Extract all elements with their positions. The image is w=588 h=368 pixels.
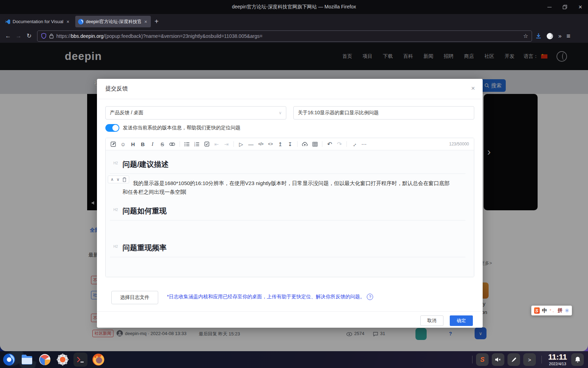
notification-bell-icon[interactable] <box>571 353 584 366</box>
tab-deepin-forum[interactable]: deepin官方论坛-深度科技官 × <box>75 16 151 27</box>
reload-button[interactable]: ↻ <box>24 31 34 41</box>
heading-text: 问题如何重现 <box>122 207 167 215</box>
restore-button[interactable] <box>557 0 573 14</box>
log-tip-label: *日志收集涵盖内核和应用已经存至你的桌面，上传有助于更快定位、解决你所反馈的问题… <box>167 294 365 300</box>
tab-title: Documentation for Visual <box>13 19 63 24</box>
feedback-modal: 提交反馈 × 产品反馈 / 桌面 ∨ 关于16:10显示器的窗口显示比例问题 发… <box>97 79 483 328</box>
window-title: deepin官方论坛-深度科技官网旗下网站 — Mozilla Firefox <box>232 4 356 10</box>
tab-vscode-docs[interactable]: Documentation for Visual × <box>2 16 73 27</box>
sogou-logo-icon[interactable]: S <box>534 307 540 314</box>
quote-icon[interactable]: ▷ <box>238 142 244 147</box>
close-icon: × <box>579 4 582 11</box>
heading-icon[interactable]: H <box>130 142 135 147</box>
outdent-icon[interactable]: ⇤ <box>214 142 219 147</box>
close-window-button[interactable]: × <box>573 0 588 14</box>
ime-settings-gear-icon[interactable] <box>565 308 569 313</box>
indent-icon[interactable]: ⇥ <box>224 142 229 147</box>
vscode-icon <box>5 19 10 25</box>
app-menu-icon[interactable]: ≡ <box>566 32 570 40</box>
tab-title: deepin官方论坛-深度科技官 <box>86 19 141 25</box>
italic-icon[interactable]: I <box>150 142 155 147</box>
ime-pinyin-indicator[interactable]: 拼 <box>558 307 562 314</box>
fullscreen-icon[interactable]: ↔ <box>350 140 358 148</box>
more-tools-icon[interactable]: ⋯ <box>361 142 366 147</box>
log-button-label: 选择日志文件 <box>120 294 149 301</box>
new-tab-button[interactable]: + <box>154 18 159 26</box>
terminal-icon[interactable] <box>74 353 88 367</box>
move-down-icon[interactable]: ∨ <box>117 177 120 182</box>
choose-log-file-button[interactable]: 选择日志文件 <box>111 291 158 304</box>
toolbar-divider <box>322 141 322 147</box>
file-manager-icon[interactable] <box>20 353 34 367</box>
h2-gutter-label: H2 <box>113 161 118 165</box>
launcher-icon[interactable] <box>2 353 16 367</box>
tab-bar: Documentation for Visual × deepin官方论坛-深度… <box>0 14 588 29</box>
strikethrough-icon[interactable]: S <box>160 142 165 147</box>
paragraph-text: 我的显示器是1680*1050的16:10分辨率，在使用V23 nightly版… <box>122 180 449 195</box>
ime-mode-indicator[interactable]: 中 <box>542 307 547 314</box>
bookmark-star-icon[interactable]: ☆ <box>523 33 528 39</box>
move-up-icon[interactable]: ∧ <box>111 177 114 182</box>
block-mini-toolbar: ∧ ∨ <box>108 176 129 183</box>
forward-button[interactable]: → <box>13 31 24 41</box>
emoji-icon[interactable]: ☺ <box>120 142 126 147</box>
minimize-button[interactable] <box>542 0 557 14</box>
h2-gutter-label: H2 <box>113 245 118 248</box>
chevron-down-icon: ∨ <box>279 110 282 115</box>
sogou-s: S <box>480 356 484 363</box>
undo-icon[interactable]: ↶ <box>327 141 332 147</box>
ordered-list-icon[interactable]: 123 <box>194 142 200 146</box>
modal-footer-divider <box>97 311 483 312</box>
edit-note-icon[interactable] <box>111 142 116 147</box>
inline-code-icon[interactable]: <> <box>268 142 273 146</box>
screenshot-pen-icon[interactable] <box>507 353 520 366</box>
align-top-icon[interactable]: ↥ <box>278 142 283 147</box>
dock-taskbar: S > 11:11 2022/4/13 <box>0 351 588 368</box>
control-center-icon[interactable] <box>56 353 70 367</box>
url-domain: bbs.deepin.org <box>71 33 104 39</box>
rich-text-editor[interactable]: ☺ H B I S 123 ⇤ ⇥ ▷ — </> <> ↥ ↧ <box>105 138 474 277</box>
close-tab-icon[interactable]: × <box>65 19 70 25</box>
help-circle-icon[interactable]: ? <box>367 294 373 300</box>
sogou-ime-bar[interactable]: S 中 °， 拼 <box>531 306 572 315</box>
cancel-label: 取消 <box>427 318 436 324</box>
feedback-title-value: 关于16:10显示器的窗口显示比例问题 <box>298 110 379 116</box>
back-button[interactable]: ← <box>3 31 13 41</box>
address-bar[interactable]: https://bbs.deepin.org/(popup:feedback)?… <box>37 30 532 42</box>
cancel-button[interactable]: 取消 <box>420 315 443 326</box>
align-bottom-icon[interactable]: ↧ <box>287 142 293 147</box>
account-icon[interactable] <box>546 33 553 40</box>
volume-muted-icon[interactable] <box>492 353 504 366</box>
bullet-list-icon[interactable] <box>184 142 190 146</box>
link-icon[interactable] <box>169 143 175 146</box>
ime-punctuation-indicator[interactable]: °， <box>550 308 555 313</box>
char-counter: 123/50000 <box>449 142 469 146</box>
category-select[interactable]: 产品反馈 / 桌面 ∨ <box>105 106 286 120</box>
close-tab-icon[interactable]: × <box>143 19 148 25</box>
modal-close-icon[interactable]: × <box>471 84 475 92</box>
send-version-toggle[interactable] <box>105 124 119 132</box>
editor-content[interactable]: H2 问题/建议描述 ∧ ∨ 我的显示器是1680*1050的16:10分辨率，… <box>106 150 474 277</box>
code-block-icon[interactable]: </> <box>258 142 263 146</box>
modal-title: 提交反馈 <box>105 85 128 93</box>
window-titlebar[interactable]: deepin官方论坛-深度科技官网旗下网站 — Mozilla Firefox <box>0 0 588 14</box>
table-icon[interactable] <box>312 142 317 146</box>
toolbar-divider <box>180 141 180 147</box>
toolbar-divider <box>297 141 298 147</box>
redo-icon[interactable]: ↷ <box>337 141 342 147</box>
app-store-icon[interactable] <box>38 353 52 367</box>
toolbar-divider <box>233 141 234 147</box>
downloads-icon[interactable] <box>536 33 541 39</box>
task-list-icon[interactable] <box>204 142 209 146</box>
taskbar-clock[interactable]: 11:11 2022/4/13 <box>548 353 567 366</box>
overflow-menu-icon[interactable]: » <box>558 33 561 40</box>
upload-icon[interactable] <box>302 142 308 146</box>
bold-icon[interactable]: B <box>140 142 145 147</box>
firefox-icon[interactable] <box>91 353 105 367</box>
feedback-title-input[interactable]: 关于16:10显示器的窗口显示比例问题 <box>293 106 474 120</box>
confirm-button[interactable]: 确定 <box>450 315 473 326</box>
horizontal-rule-icon[interactable]: — <box>248 142 253 147</box>
sogou-tray-icon[interactable]: S <box>476 353 489 366</box>
trash-icon[interactable] <box>122 177 126 182</box>
tray-expand-chevron-icon[interactable]: > <box>523 353 536 366</box>
